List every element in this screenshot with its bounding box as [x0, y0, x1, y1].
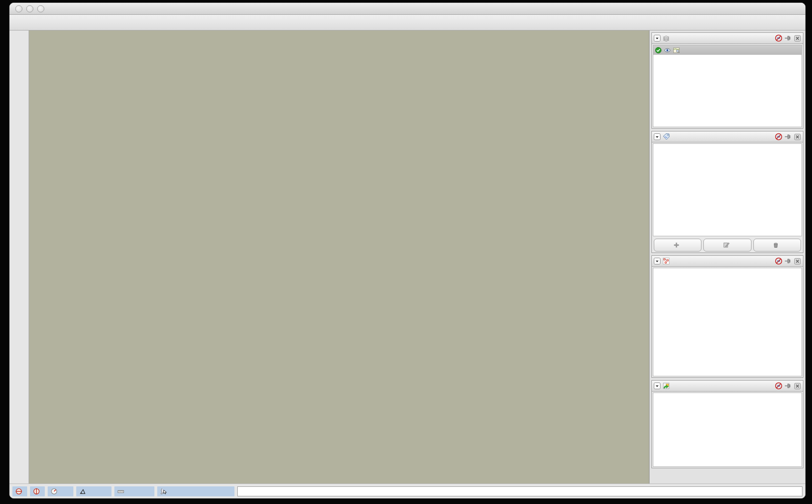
status-bar: [10, 484, 805, 498]
map-view[interactable]: [29, 30, 649, 484]
layers-list[interactable]: [653, 45, 802, 127]
layer-row[interactable]: [653, 45, 802, 55]
selection-list[interactable]: [653, 268, 802, 376]
collapse-icon[interactable]: [654, 35, 660, 41]
pin-icon[interactable]: [784, 133, 792, 141]
close-icon[interactable]: [794, 133, 801, 141]
longitude-display: [30, 486, 45, 496]
app-window: [10, 3, 805, 498]
close-icon[interactable]: [794, 383, 801, 390]
main-toolbar: [10, 15, 805, 30]
properties-content: [653, 143, 802, 236]
distance-display: [114, 486, 154, 496]
pointer-icon: [160, 488, 167, 495]
longitude-icon: [33, 488, 40, 495]
angle-display: [76, 486, 112, 496]
heading-icon: [51, 488, 58, 495]
sticky-icon[interactable]: [775, 133, 782, 141]
object-display: [157, 486, 234, 496]
pin-icon[interactable]: [784, 382, 792, 390]
close-icon[interactable]: [794, 258, 801, 265]
trash-icon: [772, 242, 779, 248]
close-icon[interactable]: [794, 35, 801, 42]
collapse-icon[interactable]: [654, 133, 660, 140]
sticky-icon[interactable]: [775, 382, 782, 390]
delete-property-button[interactable]: [753, 239, 801, 252]
minimize-window-button[interactable]: [26, 5, 33, 12]
latitude-icon: [15, 488, 22, 495]
angle-icon: [79, 488, 86, 495]
selection-panel: [651, 255, 803, 378]
layer-active-check-icon[interactable]: [655, 47, 662, 54]
command-stack-icon: [662, 382, 670, 390]
plus-icon: [673, 242, 680, 248]
layer-visible-eye-icon[interactable]: [664, 47, 671, 54]
close-window-button[interactable]: [15, 5, 22, 12]
dialog-column: [649, 30, 805, 484]
collapse-icon[interactable]: [654, 258, 660, 264]
edit-toolbar: [10, 30, 29, 484]
edit-property-button[interactable]: [703, 239, 751, 252]
heading-display: [48, 486, 73, 496]
command-stack-panel: [651, 380, 803, 468]
pin-icon[interactable]: [784, 257, 792, 265]
sticky-icon[interactable]: [775, 257, 782, 265]
latitude-display: [12, 486, 27, 496]
command-stack-list[interactable]: [653, 393, 802, 467]
layers-icon: [662, 34, 670, 42]
help-text-field: [237, 486, 802, 496]
tag-icon: [662, 133, 670, 141]
sticky-icon[interactable]: [775, 34, 782, 42]
properties-panel: [651, 131, 803, 253]
layer-file-icon: [673, 47, 680, 54]
title-bar[interactable]: [10, 3, 805, 15]
zoom-window-button[interactable]: [37, 5, 44, 12]
properties-empty-message: [653, 144, 802, 236]
add-property-button[interactable]: [654, 239, 701, 252]
layers-panel: [651, 32, 803, 129]
pin-icon[interactable]: [784, 34, 792, 42]
collapse-icon[interactable]: [654, 383, 660, 389]
ruler-icon: [117, 488, 124, 495]
edit-icon: [723, 242, 730, 248]
selection-icon: [662, 257, 670, 265]
map-canvas[interactable]: [29, 30, 649, 484]
